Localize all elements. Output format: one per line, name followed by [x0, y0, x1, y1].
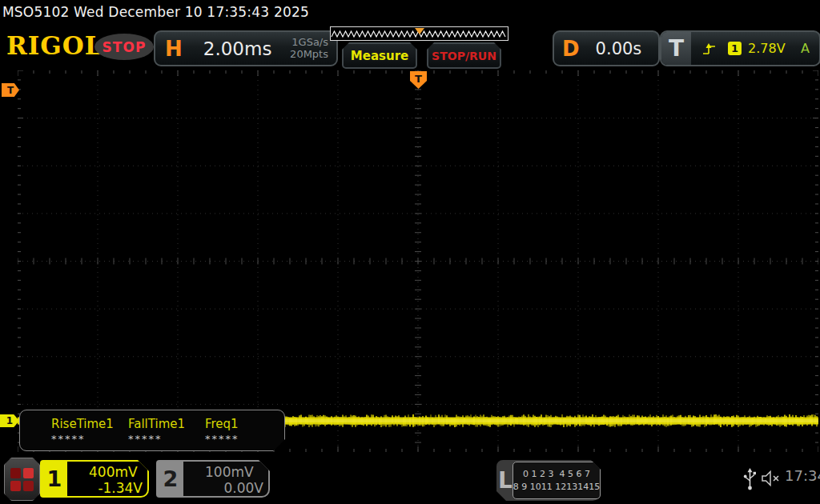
menu-button[interactable] — [4, 458, 40, 501]
measure-button[interactable]: Measure — [342, 42, 417, 69]
speaker-mute-icon — [761, 470, 782, 487]
trigger-tab: T — [661, 32, 691, 65]
memory-depth: 20Mpts — [290, 48, 328, 60]
logic-row2: 8 9 1011 12131415 — [513, 481, 600, 494]
measurement-value: ***** — [205, 433, 282, 445]
trigger-mode: A — [801, 41, 810, 56]
trigger-block[interactable]: T 1 2.78V A — [660, 30, 820, 66]
waveform-position-bar[interactable] — [330, 26, 508, 41]
channel1-offset: -1.34V — [72, 480, 143, 496]
measurement-item: RiseTime1 ***** — [51, 417, 128, 445]
measurement-item: Freq1 ***** — [205, 417, 282, 445]
trigger-level-marker-label: T — [7, 85, 14, 96]
grid-icon — [10, 468, 34, 491]
logic-label: L — [498, 462, 512, 499]
trigger-source-badge: 1 — [728, 42, 742, 55]
trigger-level-value: 2.78V — [748, 41, 786, 56]
run-state-badge: STOP — [94, 34, 154, 60]
clock: 17:34 — [785, 467, 820, 484]
horizontal-label: H — [165, 37, 183, 61]
grid-and-trace — [18, 70, 818, 452]
channel1-number: 1 — [42, 462, 67, 496]
channel1-offset-marker[interactable]: 1 — [0, 414, 19, 427]
measurement-label: FallTime1 — [128, 417, 205, 431]
trigger-label: T — [669, 35, 684, 62]
sample-rate: 1GSa/s — [291, 36, 328, 48]
measurement-panel[interactable]: RiseTime1 ***** FallTime1 ***** Freq1 **… — [19, 410, 285, 451]
channel2-scale: 100mV — [205, 464, 254, 480]
delay-block[interactable]: D 0.00s — [553, 30, 660, 66]
logic-analyzer-box[interactable]: L 0 1 2 3 4 5 6 78 9 1011 12131415 — [496, 460, 601, 501]
trigger-position-pointer[interactable] — [415, 28, 424, 34]
channel1-offset-marker-label: 1 — [6, 415, 13, 426]
channel1-scale: 400mV — [89, 464, 138, 480]
rising-edge-trigger-icon — [702, 42, 718, 56]
timebase-value: 2.00ms — [203, 38, 272, 59]
bottom-bar: 1 400mV -1.34V 2 100mV 0.00V L 0 1 2 3 4… — [0, 456, 820, 504]
usb-icon — [743, 467, 757, 491]
header-bar: RIGOL STOP H 2.00ms 1GSa/s 20Mpts Measur… — [0, 25, 820, 69]
stop-run-button-label: STOP/RUN — [432, 50, 496, 62]
rigol-logo: RIGOL — [6, 31, 103, 60]
channel1-values: 400mV -1.34V — [67, 462, 147, 496]
logic-row1: 0 1 2 3 4 5 6 7 — [523, 468, 590, 481]
delay-label: D — [562, 37, 580, 61]
stop-run-button[interactable]: STOP/RUN — [427, 42, 501, 69]
channel2-offset: 0.00V — [188, 480, 263, 496]
trigger-info: 1 2.78V A — [691, 32, 819, 65]
delay-value: 0.00s — [596, 39, 642, 58]
sample-info: 1GSa/s 20Mpts — [290, 37, 328, 61]
run-state-label: STOP — [102, 39, 147, 55]
trigger-source-number: 1 — [731, 42, 738, 54]
status-bar: MSO5102 Wed December 10 17:35:43 2025 — [0, 0, 820, 25]
measurement-label: Freq1 — [205, 417, 282, 431]
channel2-values: 100mV 0.00V — [183, 462, 268, 496]
graticule — [18, 70, 818, 452]
measure-button-label: Measure — [351, 49, 408, 63]
trigger-level-marker[interactable]: T — [2, 83, 19, 97]
channel2-number: 2 — [158, 462, 183, 496]
measurement-item: FallTime1 ***** — [128, 417, 205, 445]
measurement-value: ***** — [128, 433, 205, 445]
measurement-label: RiseTime1 — [51, 417, 128, 431]
channel1-status-box[interactable]: 1 400mV -1.34V — [40, 460, 149, 498]
trigger-position-marker-label: T — [415, 73, 422, 85]
channel2-status-box[interactable]: 2 100mV 0.00V — [156, 460, 270, 498]
measurement-value: ***** — [51, 433, 128, 445]
device-title: MSO5102 Wed December 10 17:35:43 2025 — [2, 4, 309, 20]
horizontal-settings-block[interactable]: H 2.00ms 1GSa/s 20Mpts — [154, 30, 338, 66]
logic-channels: 0 1 2 3 4 5 6 78 9 1011 12131415 — [512, 462, 601, 499]
